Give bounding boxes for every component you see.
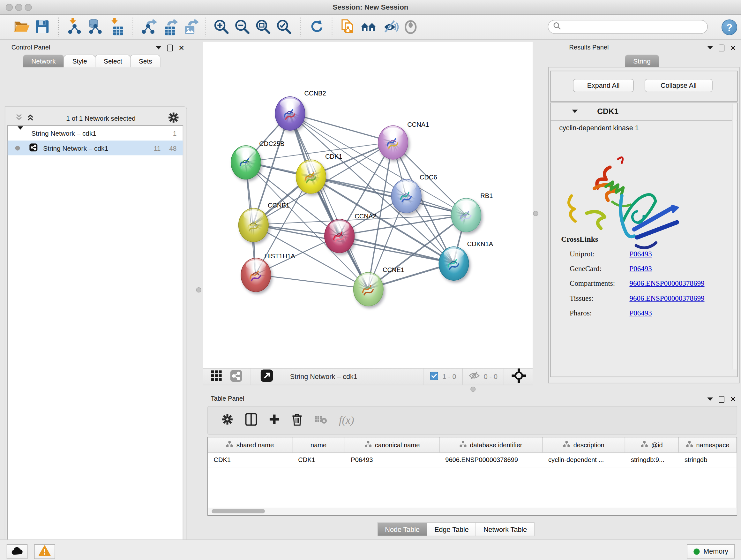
- bottom-splitter-handle[interactable]: [470, 387, 475, 392]
- string-network-badge-icon[interactable]: [230, 370, 242, 383]
- open-in-window-icon[interactable]: [261, 369, 273, 384]
- cell-canonical-name[interactable]: P06493: [345, 456, 440, 463]
- cell-namespace[interactable]: stringdb: [679, 456, 737, 463]
- crosslink-value-link[interactable]: P06493: [629, 264, 652, 273]
- save-session-button[interactable]: [32, 17, 53, 37]
- column-header-namespace[interactable]: namespace: [679, 437, 737, 453]
- table-row[interactable]: CDK1CDK1P064939606.ENSP00000378699cyclin…: [208, 453, 737, 468]
- hidden-eye-slash-icon[interactable]: [468, 371, 480, 382]
- help-button[interactable]: ?: [722, 19, 737, 35]
- tab-network-table[interactable]: Network Table: [476, 522, 535, 536]
- column-header-name[interactable]: name: [292, 437, 345, 453]
- column-header-database-identifier[interactable]: database identifier: [440, 437, 542, 453]
- column-header-canonical-name[interactable]: canonical name: [345, 437, 440, 453]
- float-panel-icon[interactable]: [719, 396, 724, 402]
- float-panel-icon[interactable]: [719, 44, 724, 51]
- node-ccnb1[interactable]: [239, 208, 269, 242]
- tab-string[interactable]: String: [625, 55, 659, 67]
- network-canvas[interactable]: CCNB2 CCNA1 CDC25B CDK1 CDC6 RB1 CCNB1 C…: [203, 42, 533, 368]
- zoom-in-button[interactable]: [211, 17, 232, 37]
- panel-menu-icon[interactable]: [707, 46, 713, 49]
- table-horizontal-scrollbar[interactable]: [208, 508, 737, 515]
- refresh-layout-button[interactable]: [306, 17, 327, 37]
- cell-shared-name[interactable]: CDK1: [208, 456, 293, 463]
- node-table[interactable]: shared namenamecanonical namedatabase id…: [207, 437, 737, 516]
- expand-all-button[interactable]: Expand All: [573, 79, 633, 92]
- open-session-button[interactable]: [11, 17, 32, 37]
- tab-sets[interactable]: Sets: [130, 55, 160, 67]
- close-panel-icon[interactable]: ✕: [730, 395, 736, 402]
- float-panel-icon[interactable]: [167, 44, 173, 51]
- table-options-gear-icon[interactable]: [221, 413, 233, 428]
- export-network-button[interactable]: [138, 17, 158, 37]
- scrollbar-thumb[interactable]: [212, 509, 265, 513]
- crosslink-value-link[interactable]: P06493: [629, 308, 652, 317]
- tab-style[interactable]: Style: [64, 55, 96, 67]
- import-network-file-button[interactable]: [64, 17, 85, 37]
- expand-all-networks-icon[interactable]: [26, 114, 34, 123]
- close-panel-icon[interactable]: ✕: [179, 44, 185, 51]
- tab-network[interactable]: Network: [23, 55, 64, 67]
- node-ccna2[interactable]: [324, 219, 354, 253]
- memory-button[interactable]: Memory: [687, 544, 735, 559]
- node-rb1[interactable]: [451, 198, 481, 232]
- function-builder-fx-icon[interactable]: f(x): [339, 414, 354, 427]
- selected-checkbox-icon[interactable]: [430, 372, 438, 381]
- birdseye-grid-icon[interactable]: [211, 370, 222, 383]
- node-hist1h1a[interactable]: [241, 258, 271, 292]
- tab-node-table[interactable]: Node Table: [378, 522, 427, 536]
- cloud-button[interactable]: [7, 544, 27, 559]
- export-table-button[interactable]: [158, 17, 179, 37]
- zoom-out-button[interactable]: [232, 17, 253, 37]
- delete-column-trash-icon[interactable]: [291, 413, 303, 428]
- node-cdc6[interactable]: [391, 179, 421, 213]
- close-panel-icon[interactable]: ✕: [730, 44, 736, 51]
- zoom-selected-button[interactable]: [274, 17, 294, 37]
- first-neighbors-button[interactable]: [358, 17, 379, 37]
- crosslink-value-link[interactable]: 9606.ENSP00000378699: [629, 279, 704, 288]
- cell-name[interactable]: CDK1: [292, 456, 345, 463]
- network-row[interactable]: String Network – cdk1 11 48: [8, 140, 183, 155]
- collection-expand-icon[interactable]: [17, 129, 23, 137]
- import-table-file-button[interactable]: [106, 17, 127, 37]
- cell-database-identifier[interactable]: 9606.ENSP00000378699: [440, 456, 542, 463]
- column-header-shared-name[interactable]: shared name: [208, 437, 293, 453]
- node-ccnb2[interactable]: [275, 97, 305, 131]
- node-ccna1[interactable]: [378, 125, 408, 160]
- import-network-database-button[interactable]: [85, 17, 106, 37]
- cell-id[interactable]: stringdb:9...: [625, 456, 679, 463]
- zoom-fit-button[interactable]: [253, 17, 274, 37]
- show-columns-icon[interactable]: [245, 413, 258, 428]
- collapse-all-networks-icon[interactable]: [15, 114, 23, 123]
- column-header-description[interactable]: description: [542, 437, 625, 453]
- crosslink-value-link[interactable]: 9606.ENSP00000378699: [629, 294, 704, 302]
- search-box[interactable]: [548, 20, 708, 34]
- new-network-from-selection-button[interactable]: [338, 17, 358, 37]
- left-splitter-handle[interactable]: [196, 287, 201, 293]
- gene-card-header[interactable]: CDK1: [551, 103, 738, 121]
- delete-table-icon[interactable]: [314, 414, 328, 427]
- panel-menu-icon[interactable]: [156, 46, 161, 49]
- search-input[interactable]: [564, 23, 707, 31]
- collapse-gene-icon[interactable]: [572, 110, 578, 113]
- panel-menu-icon[interactable]: [707, 397, 713, 401]
- results-scrollbar[interactable]: [732, 104, 737, 369]
- cell-description[interactable]: cyclin-dependent ...: [542, 456, 625, 463]
- collapse-all-button[interactable]: Collapse All: [645, 79, 713, 92]
- export-image-button[interactable]: [179, 17, 200, 37]
- hide-selected-button[interactable]: [380, 17, 400, 37]
- navigator-crosshair-icon[interactable]: [512, 368, 526, 385]
- column-header-id[interactable]: @id: [625, 437, 679, 453]
- node-cdkn1a[interactable]: [439, 246, 469, 281]
- node-cdc25b[interactable]: [231, 145, 261, 179]
- tab-select[interactable]: Select: [95, 55, 131, 67]
- warning-button[interactable]: [34, 544, 55, 559]
- node-cdk1[interactable]: [296, 160, 326, 194]
- tab-edge-table[interactable]: Edge Table: [427, 522, 476, 536]
- network-collection-row[interactable]: String Network – cdk1 1: [8, 126, 183, 140]
- create-column-plus-icon[interactable]: [269, 414, 280, 427]
- show-all-button[interactable]: [400, 17, 421, 37]
- crosslink-value-link[interactable]: P06493: [629, 250, 652, 258]
- node-ccne1[interactable]: [353, 272, 384, 306]
- network-options-gear-icon[interactable]: [167, 111, 179, 125]
